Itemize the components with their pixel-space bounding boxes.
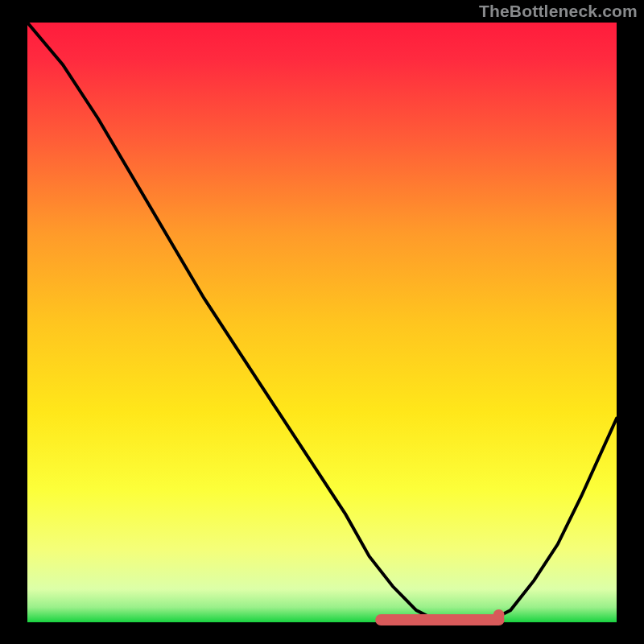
bottleneck-chart bbox=[0, 0, 644, 644]
plot-area bbox=[27, 23, 617, 622]
watermark-text: TheBottleneck.com bbox=[479, 2, 638, 21]
optimal-range-end-dot bbox=[493, 609, 505, 621]
